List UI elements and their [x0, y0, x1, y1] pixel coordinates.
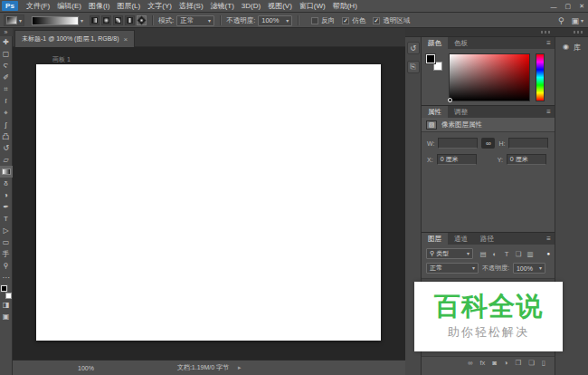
quick-mask-button[interactable]: ◨: [0, 299, 13, 311]
shape-layer-filter-icon[interactable]: ❑: [514, 250, 523, 258]
move-tool[interactable]: ✚: [0, 36, 13, 48]
zoom-level-field[interactable]: 100%: [78, 365, 94, 371]
lasso-tool[interactable]: Ϛ: [0, 60, 13, 72]
reflected-gradient-button[interactable]: [125, 15, 135, 25]
close-tab-icon[interactable]: ×: [123, 35, 128, 43]
tab-channels[interactable]: 通道: [448, 233, 474, 245]
search-icon[interactable]: ⚲: [558, 16, 564, 25]
gradient-tool[interactable]: [0, 166, 13, 178]
brush-tool[interactable]: ʃ: [0, 119, 13, 130]
crop-tool[interactable]: ⌗: [0, 83, 13, 95]
menu-3d[interactable]: 3D(D): [238, 2, 264, 10]
layer-style-icon[interactable]: fx: [479, 359, 485, 367]
adjustment-layer-filter-icon[interactable]: ◐: [490, 250, 499, 258]
tab-paths[interactable]: 路径: [474, 233, 500, 245]
minimize-icon[interactable]: —: [551, 4, 557, 10]
artboard-label[interactable]: 画板 1: [52, 55, 71, 64]
type-tool[interactable]: T: [0, 213, 13, 225]
opacity-select[interactable]: 100% ▾: [258, 15, 292, 26]
hue-slider[interactable]: [536, 53, 545, 101]
menu-image[interactable]: 图像(I): [85, 1, 114, 11]
blur-tool[interactable]: δ: [0, 178, 13, 189]
reverse-checkbox[interactable]: 反向: [311, 16, 335, 25]
chevron-down-icon[interactable]: ▾: [81, 18, 83, 24]
tab-swatches[interactable]: 色板: [448, 37, 474, 49]
layers-blend-mode-select[interactable]: 正常 ▾: [426, 263, 479, 274]
menu-edit[interactable]: 编辑(E): [53, 1, 85, 11]
layer-filter-select[interactable]: ⚲ 类型 ▾: [426, 248, 473, 259]
menu-view[interactable]: 视图(V): [264, 1, 296, 11]
clone-stamp-tool[interactable]: 凸: [0, 130, 13, 142]
spot-healing-tool[interactable]: ⌖: [0, 107, 13, 119]
menu-filter[interactable]: 滤镜(T): [207, 1, 238, 11]
linear-gradient-button[interactable]: [90, 15, 100, 25]
history-panel-button[interactable]: ↺: [407, 42, 420, 54]
dock-grip[interactable]: [541, 31, 550, 34]
hand-tool[interactable]: 手: [0, 248, 13, 260]
filter-toggle-icon[interactable]: ●: [546, 251, 550, 256]
radial-gradient-button[interactable]: [101, 15, 111, 25]
smart-object-filter-icon[interactable]: ▥: [526, 250, 535, 258]
libraries-label[interactable]: 库: [574, 43, 581, 53]
path-selection-tool[interactable]: ▷: [0, 225, 13, 236]
maximize-icon[interactable]: ▢: [565, 3, 572, 10]
add-layer-mask-icon[interactable]: ◙: [492, 359, 497, 367]
type-layer-filter-icon[interactable]: T: [502, 250, 511, 258]
menu-window[interactable]: 窗口(W): [296, 1, 329, 11]
zoom-tool[interactable]: ⚲: [0, 260, 13, 272]
history-brush-tool[interactable]: ↺: [0, 142, 13, 154]
dock-grip[interactable]: [574, 31, 583, 34]
screen-mode-button[interactable]: ▣: [0, 311, 13, 322]
workspace-switcher[interactable]: ▣ ▾: [571, 16, 583, 25]
status-options-icon[interactable]: ▸: [238, 364, 242, 371]
diamond-gradient-button[interactable]: [137, 15, 147, 25]
panel-menu-icon[interactable]: ≡: [546, 37, 551, 49]
dodge-tool[interactable]: ◑: [0, 189, 13, 201]
eyedropper-tool[interactable]: ſ: [0, 95, 13, 107]
delete-layer-icon[interactable]: ▯: [542, 359, 545, 367]
link-layers-icon[interactable]: ∞: [468, 359, 472, 367]
pixel-layer-filter-icon[interactable]: ▤: [479, 250, 488, 258]
layers-opacity-select[interactable]: 100% ▾: [513, 263, 545, 274]
panel-menu-icon[interactable]: ≡: [546, 106, 551, 118]
tab-adjustments[interactable]: 调整: [448, 106, 474, 118]
edit-toolbar-button[interactable]: ⋯: [0, 272, 13, 284]
close-window-icon[interactable]: ✕: [579, 3, 584, 10]
transparency-checkbox[interactable]: ✓ 透明区域: [373, 16, 410, 25]
tab-color[interactable]: 颜色: [422, 37, 448, 49]
quick-selection-tool[interactable]: ✐: [0, 72, 13, 83]
tab-layers[interactable]: 图层: [422, 233, 448, 245]
marquee-tool[interactable]: ▢: [0, 48, 13, 60]
height-field[interactable]: [508, 138, 548, 149]
width-field[interactable]: [438, 138, 478, 149]
foreground-background-colors[interactable]: [0, 285, 13, 299]
x-field[interactable]: 0 厘米: [437, 154, 477, 165]
y-field[interactable]: 0 厘米: [507, 154, 546, 165]
menu-layer[interactable]: 图层(L): [113, 1, 144, 11]
new-layer-icon[interactable]: ❏: [528, 359, 535, 367]
color-panel-swatches[interactable]: [426, 54, 442, 71]
tab-properties[interactable]: 属性: [422, 106, 448, 118]
menu-type[interactable]: 文字(Y): [144, 1, 175, 11]
menu-file[interactable]: 文件(F): [23, 1, 53, 11]
artboard-canvas[interactable]: [36, 64, 381, 341]
menu-select[interactable]: 选择(S): [175, 1, 207, 11]
libraries-panel-icon[interactable]: ◉: [563, 43, 569, 51]
new-adjustment-layer-icon[interactable]: ◑: [504, 359, 508, 367]
link-dimensions-icon[interactable]: ∞: [481, 138, 495, 149]
saturation-brightness-picker[interactable]: [449, 53, 530, 101]
menu-help[interactable]: 帮助(H): [329, 1, 361, 11]
eraser-tool[interactable]: ▱: [0, 154, 13, 166]
panel-menu-icon[interactable]: ≡: [546, 233, 551, 245]
canvas-area[interactable]: 画板 1: [13, 47, 405, 360]
angle-gradient-button[interactable]: [113, 15, 123, 25]
dither-checkbox[interactable]: ✓ 仿色: [342, 16, 365, 25]
rectangle-tool[interactable]: ▭: [0, 236, 13, 248]
snapshot-panel-button[interactable]: ⎘: [407, 61, 420, 73]
document-tab[interactable]: 未标题-1 @ 100% (图层 1, RGB/8) ×: [14, 30, 135, 47]
blend-mode-select[interactable]: 正常 ▾: [176, 15, 214, 26]
tool-preset-picker[interactable]: ▾: [4, 14, 24, 26]
pen-tool[interactable]: ✒: [0, 201, 13, 213]
new-group-icon[interactable]: ❐: [515, 359, 521, 367]
gradient-editor-preview[interactable]: [32, 16, 79, 25]
